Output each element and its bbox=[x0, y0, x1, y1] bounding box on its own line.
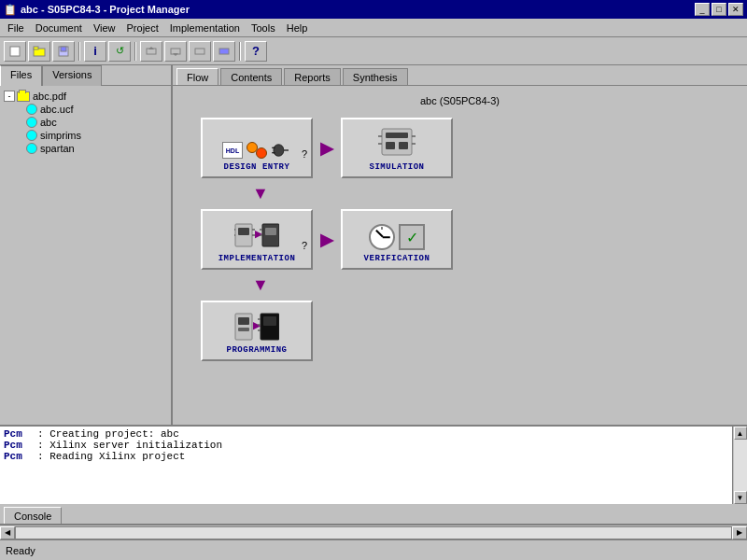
log-line-0: Pcm : Creating project: abc bbox=[4, 428, 728, 440]
svg-rect-9 bbox=[195, 49, 204, 54]
toolbar-help[interactable]: ? bbox=[245, 41, 267, 62]
flow-node-implementation[interactable]: ▶ Implementation bbox=[201, 209, 313, 270]
implementation-icon-svg: ▶ bbox=[234, 220, 279, 250]
flow-node-design-entry[interactable]: HDL bbox=[201, 118, 313, 178]
toolbar-btn4[interactable] bbox=[164, 41, 187, 62]
svg-rect-24 bbox=[238, 228, 249, 235]
menu-help[interactable]: Help bbox=[281, 21, 314, 35]
flow-content: abc (S05PC84-3) HDL bbox=[173, 86, 747, 425]
arrow-down-to-prog: ▼ bbox=[252, 275, 269, 295]
menu-implementation[interactable]: Implementation bbox=[164, 21, 246, 35]
file-icon-spartan bbox=[26, 143, 37, 154]
log-label-0: Pcm bbox=[4, 428, 32, 440]
toolbar-btn5[interactable] bbox=[189, 41, 211, 62]
h-scroll-track[interactable] bbox=[15, 526, 732, 539]
programming-icons: ▶ bbox=[234, 312, 279, 342]
svg-rect-0 bbox=[10, 47, 20, 56]
list-item[interactable]: abc.ucf bbox=[4, 103, 167, 116]
tree-expand-icon[interactable]: - bbox=[4, 91, 15, 102]
tree-root[interactable]: - abc.pdf bbox=[4, 90, 167, 103]
tab-console[interactable]: Console bbox=[4, 507, 62, 524]
toolbar-info[interactable]: i bbox=[84, 41, 106, 62]
left-panel-tabs: Files Versions bbox=[0, 65, 171, 86]
toolbar: i ↺ ? bbox=[0, 37, 747, 65]
tab-files[interactable]: Files bbox=[0, 65, 42, 86]
verification-label: Verification bbox=[364, 254, 430, 263]
toolbar-btn3[interactable] bbox=[140, 41, 162, 62]
verify-icon: ✓ bbox=[399, 224, 425, 250]
status-text: Ready bbox=[6, 545, 35, 556]
window-title: abc - S05PC84-3 - Project Manager bbox=[21, 4, 190, 15]
implementation-label: Implementation bbox=[218, 254, 296, 263]
content-panels: Files Versions - abc.pdf abc.ucf abc bbox=[0, 65, 747, 425]
tree-child-1: abc bbox=[40, 117, 57, 128]
maximize-button[interactable]: □ bbox=[712, 3, 726, 16]
log-content: Pcm : Creating project: abc Pcm : Xilinx… bbox=[0, 427, 732, 464]
tree-child-3: spartan bbox=[40, 143, 75, 154]
status-bar: Ready bbox=[0, 539, 747, 560]
hdl-icon: HDL bbox=[222, 142, 243, 159]
menu-project[interactable]: Project bbox=[121, 21, 164, 35]
flow-node-verification[interactable]: ✓ Verification bbox=[341, 209, 453, 270]
simulation-label: Simulation bbox=[369, 162, 424, 172]
tab-synthesis[interactable]: Synthesis bbox=[343, 68, 408, 85]
simulation-icons bbox=[378, 125, 416, 159]
scroll-track[interactable] bbox=[734, 440, 747, 491]
scroll-down-button[interactable]: ▼ bbox=[734, 491, 747, 504]
toolbar-refresh[interactable]: ↺ bbox=[108, 41, 131, 62]
right-panel-tabs: Flow Contents Reports Synthesis bbox=[173, 65, 747, 86]
toolbar-new[interactable] bbox=[4, 41, 26, 62]
log-label-1: Pcm bbox=[4, 440, 32, 451]
list-item[interactable]: simprims bbox=[4, 129, 167, 142]
flow-node-simulation[interactable]: Simulation bbox=[341, 118, 453, 178]
menu-document[interactable]: Document bbox=[30, 21, 88, 35]
clock-icon bbox=[369, 224, 395, 250]
list-item[interactable]: spartan bbox=[4, 142, 167, 155]
list-item[interactable]: abc bbox=[4, 116, 167, 129]
menu-file[interactable]: File bbox=[2, 21, 30, 35]
circles-icon bbox=[247, 142, 267, 159]
svg-rect-31 bbox=[265, 228, 276, 235]
svg-rect-11 bbox=[274, 145, 284, 156]
log-line-2: Pcm : Reading Xilinx project bbox=[4, 451, 728, 462]
tab-reports[interactable]: Reports bbox=[284, 68, 341, 85]
console-tabs: Console bbox=[0, 504, 747, 525]
scroll-left-button[interactable]: ◀ bbox=[0, 526, 15, 539]
toolbar-separator-3 bbox=[239, 42, 241, 61]
menu-tools[interactable]: Tools bbox=[246, 21, 281, 35]
flow-node-programming[interactable]: ▶ bbox=[201, 301, 313, 361]
toolbar-open[interactable] bbox=[28, 41, 50, 62]
svg-rect-10 bbox=[219, 49, 229, 54]
tab-versions[interactable]: Versions bbox=[42, 65, 102, 86]
close-button[interactable]: ✕ bbox=[728, 3, 743, 16]
file-icon-abc bbox=[26, 117, 37, 128]
menu-view[interactable]: View bbox=[88, 21, 121, 35]
programming-label: Programming bbox=[227, 345, 288, 355]
menu-bar: File Document View Project Implementatio… bbox=[0, 19, 747, 37]
toolbar-separator-1 bbox=[78, 42, 80, 61]
design-entry-question: ? bbox=[302, 148, 307, 160]
implementation-question: ? bbox=[302, 240, 307, 251]
arrow-to-simulation: ▶ bbox=[320, 138, 333, 159]
toolbar-save[interactable] bbox=[52, 41, 75, 62]
flow-row-2: ▶ Implementation bbox=[201, 209, 453, 270]
tab-flow[interactable]: Flow bbox=[176, 68, 218, 85]
tab-contents[interactable]: Contents bbox=[220, 68, 282, 85]
horizontal-scrollbar: ◀ ▶ bbox=[0, 525, 747, 539]
log-text-0: : Creating project: abc bbox=[37, 428, 179, 440]
arrow-down-to-impl: ▼ bbox=[252, 184, 269, 203]
tree-child-2: simprims bbox=[40, 130, 81, 141]
verification-icon-group: ✓ bbox=[369, 224, 425, 250]
minimize-button[interactable]: _ bbox=[695, 3, 710, 16]
app-icon: 📋 bbox=[4, 4, 17, 16]
toolbar-btn6[interactable] bbox=[213, 41, 235, 62]
vertical-scrollbar: ▲ ▼ bbox=[732, 427, 747, 504]
scroll-up-button[interactable]: ▲ bbox=[734, 427, 747, 440]
title-bar-buttons: _ □ ✕ bbox=[695, 3, 743, 16]
scroll-right-button[interactable]: ▶ bbox=[732, 526, 747, 539]
log-area: Pcm : Creating project: abc Pcm : Xilinx… bbox=[0, 425, 747, 504]
log-text: Pcm : Creating project: abc Pcm : Xilinx… bbox=[0, 427, 732, 504]
flow-diagram: HDL bbox=[182, 118, 738, 361]
flow-title: abc (S05PC84-3) bbox=[182, 95, 738, 106]
flow-row-1: HDL bbox=[201, 118, 453, 178]
